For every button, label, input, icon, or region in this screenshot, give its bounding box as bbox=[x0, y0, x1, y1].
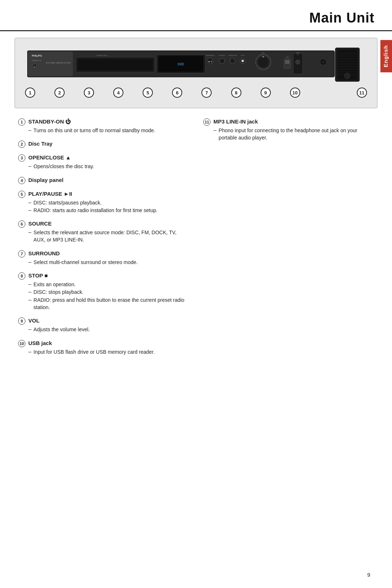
num-5: 5 bbox=[143, 88, 153, 98]
item-desc-5: – DISC: starts/pauses playback. – RADIO:… bbox=[28, 199, 189, 214]
bullet-3-1: – Opens/closes the disc tray. bbox=[28, 163, 189, 170]
bullet-6-1: – Selects the relevant active source mod… bbox=[28, 229, 189, 244]
num-2: 2 bbox=[54, 88, 65, 98]
item-num-4: 4 bbox=[18, 177, 25, 184]
svg-text:⏻: ⏻ bbox=[34, 65, 36, 68]
bullet-9-1: – Adjusts the volume level. bbox=[28, 326, 189, 333]
item-title-8: 8 STOP ■ bbox=[18, 272, 189, 280]
num-8: 8 bbox=[231, 88, 241, 98]
item-num-8: 8 bbox=[18, 272, 25, 280]
item-title-11: 11 MP3 LINE-IN jack bbox=[203, 118, 374, 126]
svg-text:DVD HOME THEATER SYSTEM: DVD HOME THEATER SYSTEM bbox=[46, 62, 71, 64]
item-num-5: 5 bbox=[18, 191, 25, 198]
item-title-1: 1 STANDBY-ON ⏻ bbox=[18, 118, 189, 126]
page-title: Main Unit bbox=[309, 10, 375, 25]
item-block-3: 3 OPEN/CLOSE ▲ – Opens/closes the disc t… bbox=[18, 154, 189, 170]
item-block-10: 10 USB jack – Input for USB flash drive … bbox=[18, 340, 189, 356]
item-num-2: 2 bbox=[18, 141, 25, 148]
item-desc-6: – Selects the relevant active source mod… bbox=[28, 229, 189, 244]
item-num-9: 9 bbox=[18, 317, 25, 325]
item-num-1: 1 bbox=[18, 118, 25, 126]
item-num-3: 3 bbox=[18, 154, 25, 162]
svg-rect-28 bbox=[285, 60, 290, 64]
svg-text:SURROUND: SURROUND bbox=[228, 54, 237, 56]
svg-text:DVD: DVD bbox=[178, 62, 184, 66]
num-10: 10 bbox=[290, 88, 300, 98]
item-num-6: 6 bbox=[18, 220, 25, 228]
item-block-9: 9 VOL – Adjusts the volume level. bbox=[18, 317, 189, 333]
right-column: 11 MP3 LINE-IN jack – Phono input for co… bbox=[200, 118, 374, 362]
svg-text:STANDBY-ON: STANDBY-ON bbox=[32, 60, 41, 61]
device-svg: PHILIPS STANDBY-ON ⏻ DVD HOME THEATER SY… bbox=[27, 46, 364, 83]
item-desc-10: – Input for USB flash drive or USB memor… bbox=[28, 348, 189, 356]
numbered-row: 1 2 3 4 5 6 7 8 9 10 11 bbox=[19, 85, 373, 98]
bullet-5-1: – DISC: starts/pauses playback. bbox=[28, 199, 189, 206]
content-area: 1 STANDBY-ON ⏻ – Turns on this unit or t… bbox=[0, 115, 392, 362]
item-num-10: 10 bbox=[18, 340, 25, 347]
svg-text:LINE: LINE bbox=[297, 52, 300, 54]
num-11: 11 bbox=[357, 88, 367, 98]
item-block-2: 2 Disc Tray bbox=[18, 141, 189, 148]
svg-text:►II: ►II bbox=[208, 60, 212, 63]
bullet-1-1: – Turns on this unit or turns off to nor… bbox=[28, 127, 189, 134]
item-title-5: 5 PLAY/PAUSE ►II bbox=[18, 191, 189, 198]
svg-rect-22 bbox=[242, 60, 244, 62]
svg-text:IN: IN bbox=[297, 54, 299, 56]
svg-point-24 bbox=[257, 56, 269, 68]
num-6: 6 bbox=[172, 88, 182, 98]
svg-point-31 bbox=[296, 60, 300, 64]
language-tab: English bbox=[380, 40, 392, 72]
svg-rect-8 bbox=[78, 59, 153, 70]
item-title-10: 10 USB jack bbox=[18, 340, 189, 347]
svg-point-35 bbox=[322, 61, 325, 64]
svg-point-25 bbox=[263, 56, 264, 57]
item-title-2: 2 Disc Tray bbox=[18, 141, 189, 148]
bullet-8-3: – RADIO: press and hold this button to e… bbox=[28, 296, 189, 311]
bullet-8-2: – DISC: stops playback. bbox=[28, 288, 189, 296]
num-9: 9 bbox=[261, 88, 271, 98]
bullet-11-1: – Phono input for connecting to the head… bbox=[213, 127, 374, 142]
item-desc-7: – Select multi-channel surround or stere… bbox=[28, 259, 189, 266]
item-title-3: 3 OPEN/CLOSE ▲ bbox=[18, 154, 189, 162]
item-block-7: 7 SURROUND – Select multi-channel surrou… bbox=[18, 250, 189, 266]
bullet-5-2: – RADIO: starts auto radio installation … bbox=[28, 207, 189, 214]
device-illustration: PHILIPS STANDBY-ON ⏻ DVD HOME THEATER SY… bbox=[19, 45, 373, 85]
page-number: 9 bbox=[367, 572, 370, 578]
item-block-11: 11 MP3 LINE-IN jack – Phono input for co… bbox=[203, 118, 374, 142]
item-num-11: 11 bbox=[203, 118, 211, 126]
num-4: 4 bbox=[113, 88, 123, 98]
item-desc-1: – Turns on this unit or turns off to nor… bbox=[28, 127, 189, 134]
svg-text:OPEN/CLOSE ▲: OPEN/CLOSE ▲ bbox=[97, 54, 108, 56]
bullet-7-1: – Select multi-channel surround or stere… bbox=[28, 259, 189, 266]
svg-text:PHILIPS: PHILIPS bbox=[32, 54, 42, 57]
item-desc-9: – Adjusts the volume level. bbox=[28, 326, 189, 333]
item-desc-8: – Exits an operation. – DISC: stops play… bbox=[28, 281, 189, 311]
item-block-5: 5 PLAY/PAUSE ►II – DISC: starts/pauses p… bbox=[18, 191, 189, 214]
svg-text:USB: USB bbox=[286, 56, 289, 58]
svg-point-17 bbox=[220, 58, 225, 63]
bullet-10-1: – Input for USB flash drive or USB memor… bbox=[28, 348, 189, 356]
item-num-7: 7 bbox=[18, 250, 25, 257]
item-desc-11: – Phono input for connecting to the head… bbox=[213, 127, 374, 142]
item-block-1: 1 STANDBY-ON ⏻ – Turns on this unit or t… bbox=[18, 118, 189, 134]
item-block-6: 6 SOURCE – Selects the relevant active s… bbox=[18, 220, 189, 244]
num-7: 7 bbox=[201, 88, 212, 98]
svg-point-19 bbox=[230, 58, 235, 63]
item-block-4: 4 Display panel bbox=[18, 177, 189, 184]
item-title-7: 7 SURROUND bbox=[18, 250, 189, 257]
svg-text:STOP: STOP bbox=[241, 54, 245, 56]
num-3: 3 bbox=[84, 88, 94, 98]
device-diagram: PHILIPS STANDBY-ON ⏻ DVD HOME THEATER SY… bbox=[15, 38, 377, 108]
bullet-8-1: – Exits an operation. bbox=[28, 281, 189, 288]
item-block-8: 8 STOP ■ – Exits an operation. – DISC: s… bbox=[18, 272, 189, 311]
item-desc-3: – Opens/closes the disc tray. bbox=[28, 163, 189, 170]
item-title-4: 4 Display panel bbox=[18, 177, 189, 184]
item-title-9: 9 VOL bbox=[18, 317, 189, 325]
svg-text:SOURCE: SOURCE bbox=[219, 54, 225, 56]
svg-text:VOL: VOL bbox=[262, 52, 265, 54]
page-title-area: Main Unit bbox=[0, 0, 392, 31]
num-1: 1 bbox=[25, 88, 35, 98]
svg-point-47 bbox=[344, 73, 351, 79]
svg-text:PLAY/PAUSE: PLAY/PAUSE bbox=[206, 54, 215, 56]
left-column: 1 STANDBY-ON ⏻ – Turns on this unit or t… bbox=[18, 118, 200, 362]
